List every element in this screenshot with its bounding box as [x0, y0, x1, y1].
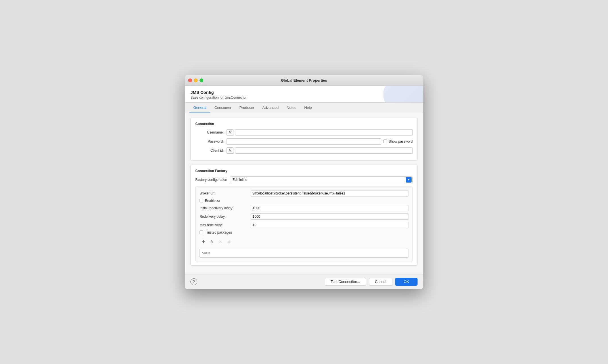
broker-url-label: Broker url:: [200, 191, 251, 195]
password-input-wrap: Show password: [227, 138, 413, 145]
titlebar: Global Element Properties: [185, 75, 423, 86]
tab-bar: General Consumer Producer Advanced Notes…: [185, 103, 423, 113]
tab-help[interactable]: Help: [300, 103, 316, 113]
enable-xa-label: Enable xa: [205, 199, 220, 203]
dialog-window: Global Element Properties JMS Config Bas…: [185, 75, 423, 289]
initial-redelivery-delay-label: Initial redelivery delay:: [200, 206, 251, 210]
tab-advanced[interactable]: Advanced: [258, 103, 283, 113]
close-button[interactable]: [188, 79, 192, 82]
client-id-label: Client id:: [195, 149, 227, 153]
ok-button[interactable]: OK: [395, 278, 418, 286]
value-input[interactable]: [200, 249, 408, 258]
tab-producer[interactable]: Producer: [235, 103, 258, 113]
username-label: Username:: [195, 130, 227, 134]
cancel-button[interactable]: Cancel: [369, 278, 392, 286]
content-area: Connection Username: fx Password: Show p…: [185, 113, 423, 274]
username-input-wrap: fx: [227, 129, 413, 136]
factory-config-select-wrap: Edit inline ActiveMQ Generic: [230, 176, 413, 183]
add-button[interactable]: ✚: [200, 238, 207, 245]
username-row: Username: fx: [195, 129, 413, 136]
max-redelivery-label: Max redelivery:: [200, 223, 251, 227]
password-row: Password: Show password: [195, 138, 413, 145]
factory-config-select[interactable]: Edit inline ActiveMQ Generic: [230, 176, 413, 183]
show-password-wrap: Show password: [383, 139, 413, 143]
redelivery-delay-label: Redelivery delay:: [200, 215, 251, 219]
footer: ? Test Connection... Cancel OK: [185, 274, 423, 289]
tab-general[interactable]: General: [189, 103, 210, 113]
toolbar-row: ✚ ✎ ✕ ⊗: [200, 237, 408, 246]
traffic-lights: [188, 79, 203, 82]
redelivery-delay-row: Redelivery delay:: [200, 213, 408, 220]
broker-url-row: Broker url:: [200, 190, 408, 196]
factory-config-label: Factory configuration: [195, 178, 227, 182]
connection-section: Connection Username: fx Password: Show p…: [190, 118, 418, 161]
trusted-packages-row: Trusted packages: [200, 230, 408, 234]
window-title: Global Element Properties: [281, 78, 327, 82]
remove-all-button[interactable]: ⊗: [226, 238, 232, 245]
connection-section-title: Connection: [195, 122, 413, 126]
initial-redelivery-delay-input[interactable]: [251, 205, 408, 211]
header: JMS Config Base configuration for JmsCon…: [185, 86, 423, 103]
initial-redelivery-delay-row: Initial redelivery delay:: [200, 205, 408, 211]
test-connection-button[interactable]: Test Connection...: [325, 278, 366, 286]
enable-xa-checkbox[interactable]: [200, 199, 203, 202]
show-password-checkbox[interactable]: [383, 139, 387, 143]
fx-icon: fx: [229, 149, 231, 153]
trusted-packages-checkbox[interactable]: [200, 230, 203, 234]
maximize-button[interactable]: [200, 79, 203, 82]
edit-button[interactable]: ✎: [209, 238, 215, 245]
header-decoration: [383, 86, 423, 103]
inline-editor-section: Broker url: Enable xa Initial redelivery…: [195, 187, 413, 261]
max-redelivery-row: Max redelivery:: [200, 222, 408, 228]
remove-button[interactable]: ✕: [217, 238, 224, 245]
trusted-packages-label: Trusted packages: [205, 230, 232, 234]
connection-factory-section: Connection Factory Factory configuration…: [190, 165, 418, 266]
enable-xa-row: Enable xa: [200, 199, 408, 203]
factory-config-row: Factory configuration Edit inline Active…: [195, 176, 413, 183]
minimize-button[interactable]: [194, 79, 198, 82]
fx-icon: fx: [229, 130, 231, 134]
redelivery-delay-input[interactable]: [251, 213, 408, 220]
connection-factory-title: Connection Factory: [195, 169, 413, 173]
tab-notes[interactable]: Notes: [283, 103, 300, 113]
client-id-row: Client id: fx: [195, 147, 413, 154]
password-input[interactable]: [227, 138, 381, 145]
help-button[interactable]: ?: [190, 278, 197, 285]
max-redelivery-input[interactable]: [251, 222, 408, 228]
username-input[interactable]: [235, 129, 413, 136]
show-password-label: Show password: [389, 139, 413, 143]
footer-left: ?: [190, 278, 197, 285]
tab-consumer[interactable]: Consumer: [210, 103, 235, 113]
client-id-fx-button[interactable]: fx: [227, 147, 234, 154]
broker-url-input[interactable]: [251, 190, 408, 196]
footer-right: Test Connection... Cancel OK: [325, 278, 418, 286]
client-id-input-wrap: fx: [227, 147, 413, 154]
password-label: Password:: [195, 139, 227, 143]
username-fx-button[interactable]: fx: [227, 129, 234, 136]
client-id-input[interactable]: [235, 147, 413, 154]
